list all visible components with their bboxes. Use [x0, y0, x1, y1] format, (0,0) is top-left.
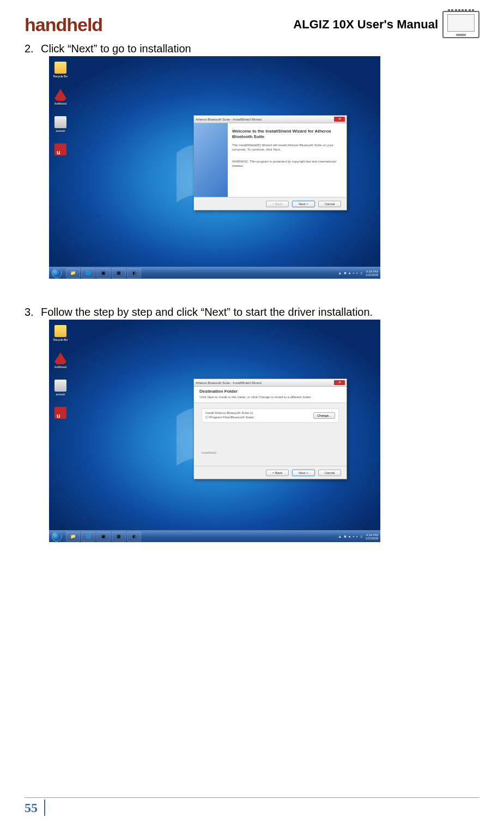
screenshot-2-desktop: Recycle Bin AvtWizard autowiz Atheros Bl… — [49, 320, 380, 542]
taskbar-item[interactable]: 🌐 — [81, 268, 95, 278]
start-button[interactable] — [49, 531, 64, 543]
destination-path: C:\Program Files\Bluetooth Suite\ — [205, 416, 254, 420]
installshield-label: InstallShield — [202, 451, 339, 454]
taskbar-time: 4:34 PM — [366, 533, 378, 537]
change-button[interactable]: Change... — [313, 412, 335, 419]
wizard-titlebar: Atheros Bluetooth Suite - InstallShield … — [194, 379, 347, 387]
wizard-titlebar: Atheros Bluetooth Suite - InstallShield … — [194, 116, 347, 123]
back-button[interactable]: < Back — [266, 201, 289, 207]
cancel-button[interactable]: Cancel — [318, 470, 341, 476]
windows-taskbar: 📁 🌐 ▣ ▦ ◐ ▲ ■ ● ▪ ▪ ♫ 4:34 PM 1/2/2008 — [49, 530, 380, 542]
taskbar-time: 4:34 PM — [366, 270, 378, 273]
taskbar-item[interactable]: ◐ — [127, 532, 141, 542]
wizard-subheading: Click Next to install to this folder, or… — [199, 395, 341, 400]
next-button[interactable]: Next > — [292, 201, 315, 207]
taskbar-date: 1/2/2008 — [366, 537, 378, 540]
cancel-button[interactable]: Cancel — [318, 201, 341, 207]
destination-label: Install Atheros Bluetooth Suite to: — [205, 411, 254, 416]
taskbar-item[interactable]: ▦ — [112, 268, 126, 278]
wizard-body-text: The InstallShield(R) Wizard will install… — [232, 143, 339, 152]
taskbar-item[interactable]: 📁 — [66, 532, 80, 542]
handheld-logo: handheld — [25, 14, 102, 35]
wizard-warning-text: WARNING: This program is protected by co… — [232, 160, 339, 169]
install-wizard-dialog: Atheros Bluetooth Suite - InstallShield … — [193, 115, 347, 211]
taskbar-item[interactable]: 📁 — [66, 268, 80, 278]
taskbar-item[interactable]: 🌐 — [81, 532, 95, 542]
step-2-text: Click “Next” to go to installation — [41, 43, 191, 55]
desktop-shortcut-icon — [52, 407, 69, 420]
taskbar-item[interactable]: ▦ — [112, 532, 126, 542]
taskbar-item[interactable]: ▣ — [96, 268, 111, 278]
next-button[interactable]: Next > — [292, 470, 315, 476]
systray-icons[interactable]: ▲ ■ ● ▪ ▪ ♫ — [338, 534, 363, 538]
systray-icons[interactable]: ▲ ■ ● ▪ ▪ ♫ — [338, 271, 363, 275]
desktop-shortcut-icon — [52, 143, 69, 157]
manual-title: ALGIZ 10X User's Manual — [293, 17, 438, 32]
desktop-shortcut-icon: autowiz — [52, 116, 69, 133]
close-icon[interactable]: ✕ — [334, 117, 345, 122]
step-3: 3. Follow the step by step and click “Ne… — [25, 306, 479, 542]
step-3-text: Follow the step by step and click “Next”… — [41, 306, 373, 319]
taskbar-item[interactable]: ▣ — [96, 532, 111, 542]
step-3-number: 3. — [25, 306, 41, 319]
wizard-heading: Welcome to the InstallShield Wizard for … — [232, 129, 339, 139]
close-icon[interactable]: ✕ — [334, 380, 345, 385]
start-button[interactable] — [49, 267, 64, 279]
recycle-bin-icon: Recycle Bin — [52, 62, 69, 78]
device-icon — [442, 11, 479, 38]
desktop-shortcut-icon: AvtWizard — [52, 352, 69, 369]
page-footer: 55 — [25, 797, 479, 816]
page-header: handheld ALGIZ 10X User's Manual — [25, 11, 479, 38]
windows-taskbar: 📁 🌐 ▣ ▦ ◐ ▲ ■ ● ▪ ▪ ♫ 4:34 PM 1/2/2008 — [49, 267, 380, 279]
wizard-heading: Destination Folder — [199, 389, 341, 394]
step-2: 2. Click “Next” to go to installation Re… — [25, 43, 479, 279]
recycle-bin-icon: Recycle Bin — [52, 325, 69, 341]
wizard-sidebar-image — [194, 123, 228, 197]
desktop-shortcut-icon: AvtWizard — [52, 89, 69, 105]
step-2-number: 2. — [25, 43, 41, 55]
desktop-shortcut-icon: autowiz — [52, 380, 69, 396]
screenshot-1-desktop: Recycle Bin AvtWizard autowiz Atheros Bl… — [49, 56, 380, 279]
back-button[interactable]: < Back — [266, 470, 289, 476]
taskbar-date: 1/2/2008 — [366, 273, 378, 277]
install-wizard-dialog: Atheros Bluetooth Suite - InstallShield … — [193, 379, 347, 479]
taskbar-item[interactable]: ◐ — [127, 268, 141, 278]
page-number: 55 — [25, 801, 38, 815]
